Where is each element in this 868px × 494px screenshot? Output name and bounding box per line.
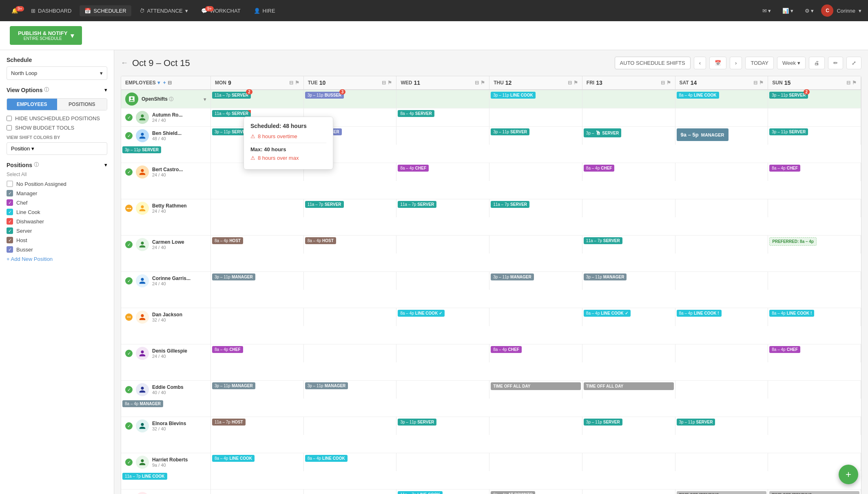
dan-sat2[interactable]: 8a – 4p LINE COOK ! <box>768 308 861 326</box>
nav-workchat[interactable]: 💬 9+ WORKCHAT <box>196 5 246 16</box>
shift-pill[interactable]: 8a – 4p LINE COOK ! <box>769 310 814 317</box>
shift-pill[interactable]: 3p – 11p MANAGER <box>212 273 255 280</box>
bert-sun[interactable] <box>121 181 211 199</box>
eddie-tue[interactable]: 3p – 11p MANAGER <box>304 381 397 399</box>
shift-pill[interactable]: 11a – 4p SERVER <box>212 110 251 117</box>
shift-pill[interactable]: 8a – 4p LINE COOK ✓ <box>398 310 445 317</box>
open-shift-sat[interactable]: 8a – 4p LINE COOK <box>675 90 768 108</box>
manager-checkbox[interactable]: ✓ <box>7 190 13 196</box>
preferred-shift[interactable]: PREFERRED: 8a – 4p <box>769 237 817 246</box>
sun-add-icon[interactable]: ⚑ <box>852 80 857 86</box>
position-dishwasher[interactable]: ✓ Dishwasher <box>7 218 107 225</box>
shift-pill[interactable]: 3p – 11p MANAGER <box>305 382 348 389</box>
hubert-wed[interactable]: 11a – 7p LINE COOK <box>396 490 489 494</box>
dan-sat[interactable]: 8a – 4p LINE COOK ! <box>675 308 768 326</box>
elnora-thu[interactable] <box>489 417 582 435</box>
ben-sat[interactable]: 9a – 5p MANAGER <box>675 127 768 145</box>
betty-sun[interactable] <box>121 217 211 235</box>
ben-thu[interactable]: 3p – 11p SERVER <box>489 127 582 145</box>
fri-add-icon[interactable]: ⚑ <box>666 80 671 86</box>
carmen-sat2[interactable]: PREFERRED: 8a – 4p <box>768 236 861 254</box>
add-employee-icon[interactable]: + <box>163 80 166 86</box>
shift-pill[interactable]: 8a – 4p HOST <box>212 237 243 244</box>
elnora-sun[interactable] <box>121 435 211 453</box>
dan-tue[interactable] <box>304 308 397 326</box>
busser-checkbox[interactable]: ✓ <box>7 246 13 253</box>
dan-mon[interactable] <box>211 308 304 326</box>
shift-pill[interactable]: 8a – 4p SERVER <box>398 110 434 117</box>
carmen-fri[interactable]: 11a – 7p SERVER <box>582 236 675 254</box>
autumn-wed[interactable]: 8a – 4p SERVER <box>396 108 489 126</box>
back-arrow[interactable]: ← <box>121 59 128 67</box>
fab-add-button[interactable]: + <box>839 465 858 484</box>
shift-pill-manager[interactable]: 9a – 5p MANAGER <box>677 128 728 141</box>
open-shift-wed[interactable] <box>396 90 489 108</box>
open-shift-fri[interactable] <box>582 90 675 108</box>
hide-unscheduled-checkbox[interactable] <box>7 116 12 121</box>
server-checkbox[interactable]: ✓ <box>7 227 13 234</box>
tue-add-icon[interactable]: ⚑ <box>388 80 392 86</box>
shift-pill[interactable]: 11a – 7p LINE COOK <box>122 473 167 480</box>
harriet-fri[interactable] <box>582 453 675 471</box>
employees-tab[interactable]: EMPLOYEES <box>7 99 57 110</box>
corinne-fri[interactable]: 3p – 11p MANAGER <box>582 272 675 290</box>
view-options-header[interactable]: View Options ⓘ ▾ <box>7 86 107 93</box>
bert-wed[interactable]: 8a – 4p CHEF <box>396 163 489 181</box>
time-off-fri[interactable]: TIME OFF ALL DAY <box>584 382 674 390</box>
corinne-thu[interactable]: 3p – 11p MANAGER <box>489 272 582 290</box>
harriet-wed[interactable] <box>396 453 489 471</box>
ben-fri[interactable]: 3p – 🖱 SERVER <box>582 127 675 145</box>
shift-pill[interactable]: 8a – 4p LINE COOK <box>212 455 255 462</box>
betty-mon[interactable] <box>211 199 304 217</box>
sun-copy-icon[interactable]: ⊟ <box>846 80 850 86</box>
eddie-mon[interactable]: 3p – 11p MANAGER <box>211 381 304 399</box>
eddie-sun[interactable]: 8a – 4p MANAGER <box>121 399 211 417</box>
shift-pill[interactable]: 11a – 7p HOST <box>212 419 246 426</box>
betty-sat[interactable] <box>675 199 768 217</box>
dan-sun[interactable] <box>121 326 211 344</box>
dan-thu[interactable] <box>489 308 582 326</box>
wed-copy-icon[interactable]: ⊟ <box>475 80 479 86</box>
hubert-mon[interactable] <box>211 490 304 494</box>
denis-fri[interactable] <box>582 344 675 362</box>
wed-add-icon[interactable]: ⚑ <box>480 80 485 86</box>
corinne-tue[interactable] <box>304 272 397 290</box>
position-no-position[interactable]: No Position Assigned <box>7 181 107 187</box>
positions-tab[interactable]: POSITIONS <box>57 99 107 110</box>
position-host[interactable]: ✓ Host <box>7 237 107 243</box>
sat-add-icon[interactable]: ⚑ <box>759 80 764 86</box>
shift-pill[interactable]: 8a – 4p HOST <box>305 237 336 244</box>
show-budget-option[interactable]: SHOW BUDGET TOOLS <box>7 125 107 131</box>
autumn-mon[interactable]: 11a – 4p SERVER Scheduled: 48 hours 8 ho… <box>211 108 304 126</box>
position-line-cook[interactable]: ✓ Line Cook <box>7 209 107 215</box>
shift-pill[interactable]: 8a – 4p LINE COOK ✓ <box>584 310 631 317</box>
auto-schedule-button[interactable]: AUTO SCHEDULE SHIFTS <box>615 57 691 69</box>
dishwasher-checkbox[interactable]: ✓ <box>7 218 13 225</box>
carmen-wed[interactable] <box>396 236 489 254</box>
location-select[interactable]: North Loop ▾ <box>7 66 107 80</box>
shift-pill[interactable]: 11a – 7p SERVER <box>305 201 344 208</box>
shift-pill[interactable]: 8a – 4p LINE COOK <box>677 92 719 99</box>
shift-pill[interactable]: 8a – 4p CHEF <box>769 165 800 172</box>
autumn-sun[interactable] <box>768 108 861 126</box>
bert-sat2[interactable]: 8a – 4p CHEF <box>768 163 861 181</box>
carmen-sat[interactable] <box>675 236 768 254</box>
shift-pill[interactable]: 3p – 11p SERVER <box>122 146 161 153</box>
hubert-thu[interactable]: 8a – 4p AT DOWNTO <box>489 490 582 494</box>
shift-pill[interactable]: 8a – 4p CHEF <box>212 346 243 353</box>
betty-wed[interactable]: 11a – 7p SERVER <box>396 199 489 217</box>
ben-sat2[interactable]: 3p – 11p SERVER <box>768 127 861 145</box>
denis-tue[interactable] <box>304 344 397 362</box>
thu-add-icon[interactable]: ⚑ <box>574 80 578 86</box>
open-shift-sun[interactable]: 3p – 11p SERVER 2 <box>768 90 861 108</box>
position-chef[interactable]: ✓ Chef <box>7 199 107 206</box>
shift-pill[interactable]: 8a – 4p CHEF <box>398 165 429 172</box>
open-shift-thu[interactable]: 3p – 11p LINE COOK <box>489 90 582 108</box>
calendar-picker-button[interactable]: 📅 <box>709 57 726 69</box>
add-position-link[interactable]: + Add New Position <box>7 256 107 262</box>
shift-pill[interactable]: 3p – 11p MANAGER <box>491 273 534 280</box>
shift-pill[interactable]: 11a – 7p SERVER <box>398 201 436 208</box>
bert-thu[interactable] <box>489 163 582 181</box>
shift-pill[interactable]: 3p – 11p SERVER <box>769 128 808 135</box>
denis-sat2[interactable]: 8a – 4p CHEF <box>768 344 861 362</box>
